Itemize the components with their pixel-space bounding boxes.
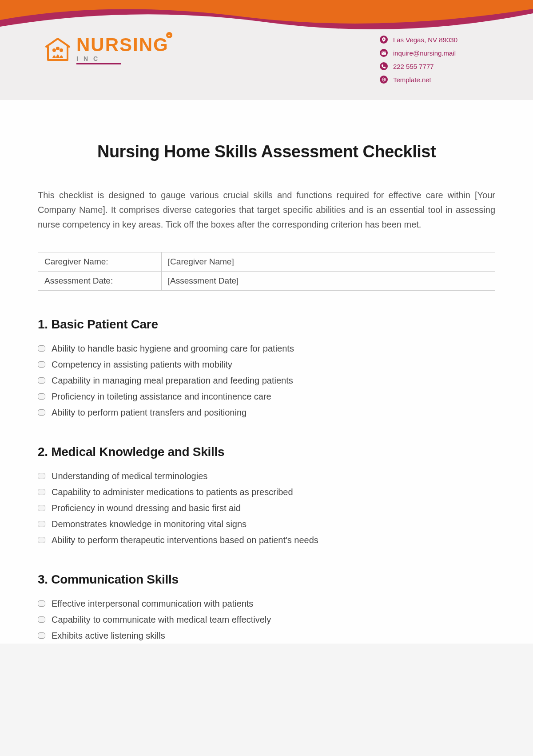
svg-point-0 — [52, 48, 56, 52]
section-heading: 3. Communication Skills — [38, 572, 495, 587]
document-content: Nursing Home Skills Assessment Checklist… — [0, 100, 533, 644]
checklist-item-text: Capability to administer medications to … — [52, 485, 293, 499]
checklist-item-text: Proficiency in wound dressing and basic … — [52, 501, 241, 515]
intro-paragraph: This checklist is designed to gauge vari… — [38, 188, 495, 232]
checklist-item-text: Competency in assisting patients with mo… — [52, 358, 232, 371]
checklist: Understanding of medical terminologiesCa… — [38, 468, 495, 548]
checklist-item: Capability in managing meal preparation … — [38, 372, 495, 388]
section-heading: 2. Medical Knowledge and Skills — [38, 445, 495, 459]
svg-point-2 — [60, 48, 63, 52]
contact-info: Las Vegas, NV 89030 inquire@nursing.mail… — [380, 36, 457, 84]
checklist-item-text: Effective interpersonal communication wi… — [52, 597, 253, 610]
contact-address-text: Las Vegas, NV 89030 — [393, 36, 457, 44]
checklist-item: Capability to administer medications to … — [38, 484, 495, 500]
header-banner: NURSING + INC Las Vegas, NV 89030 inquir… — [0, 0, 533, 100]
document-title: Nursing Home Skills Assessment Checklist — [38, 142, 495, 161]
checkbox[interactable] — [38, 632, 45, 639]
checklist-item: Ability to perform therapeutic intervent… — [38, 532, 495, 548]
checkbox[interactable] — [38, 361, 45, 368]
contact-web-text: Template.net — [393, 76, 431, 84]
checkbox[interactable] — [38, 377, 45, 384]
checklist: Ability to handle basic hygiene and groo… — [38, 340, 495, 420]
checkbox[interactable] — [38, 345, 45, 352]
sections-container: 1. Basic Patient CareAbility to handle b… — [38, 317, 495, 644]
svg-point-1 — [56, 47, 60, 50]
logo-main-text: NURSING — [76, 34, 169, 55]
checklist-item-text: Capability to communicate with medical t… — [52, 613, 271, 626]
location-icon — [380, 36, 388, 44]
contact-phone: 222 555 7777 — [380, 62, 457, 70]
svg-rect-3 — [382, 52, 386, 55]
web-icon — [380, 76, 388, 84]
plus-icon: + — [166, 32, 172, 38]
checklist-item: Capability to communicate with medical t… — [38, 612, 495, 628]
phone-icon — [380, 62, 388, 70]
checkbox[interactable] — [38, 409, 45, 416]
logo-sub-text: INC — [76, 55, 121, 64]
checkbox[interactable] — [38, 537, 45, 543]
contact-address: Las Vegas, NV 89030 — [380, 36, 457, 44]
contact-email-text: inquire@nursing.mail — [393, 49, 456, 57]
checklist-item-text: Understanding of medical terminologies — [52, 469, 207, 483]
caregiver-value[interactable]: [Caregiver Name] — [161, 252, 495, 272]
contact-phone-text: 222 555 7777 — [393, 63, 434, 70]
checklist-item: Ability to handle basic hygiene and groo… — [38, 340, 495, 356]
email-icon — [380, 49, 388, 57]
checklist-item: Exhibits active listening skills — [38, 628, 495, 644]
checklist-item-text: Demonstrates knowledge in monitoring vit… — [52, 517, 247, 531]
checkbox[interactable] — [38, 521, 45, 527]
contact-email: inquire@nursing.mail — [380, 49, 457, 57]
checklist: Effective interpersonal communication wi… — [38, 596, 495, 644]
contact-web: Template.net — [380, 76, 457, 84]
checklist-item: Understanding of medical terminologies — [38, 468, 495, 484]
checklist-item-text: Ability to perform patient transfers and… — [52, 406, 247, 419]
checklist-item: Demonstrates knowledge in monitoring vit… — [38, 516, 495, 532]
checklist-item-text: Capability in managing meal preparation … — [52, 374, 293, 387]
logo-text: NURSING + INC — [76, 36, 169, 64]
date-value[interactable]: [Assessment Date] — [161, 272, 495, 291]
checklist-item-text: Ability to perform therapeutic intervent… — [52, 533, 318, 547]
checkbox[interactable] — [38, 616, 45, 623]
checklist-item-text: Proficiency in toileting assistance and … — [52, 390, 271, 403]
checkbox[interactable] — [38, 505, 45, 511]
table-row: Caregiver Name: [Caregiver Name] — [38, 252, 495, 272]
checklist-item-text: Ability to handle basic hygiene and groo… — [52, 342, 294, 355]
checkbox[interactable] — [38, 473, 45, 479]
table-row: Assessment Date: [Assessment Date] — [38, 272, 495, 291]
checklist-item-text: Exhibits active listening skills — [52, 629, 165, 642]
checkbox[interactable] — [38, 393, 45, 400]
info-table: Caregiver Name: [Caregiver Name] Assessm… — [38, 252, 495, 291]
checklist-item: Effective interpersonal communication wi… — [38, 596, 495, 612]
checklist-item: Proficiency in wound dressing and basic … — [38, 500, 495, 516]
date-label: Assessment Date: — [38, 272, 162, 291]
checklist-item: Competency in assisting patients with mo… — [38, 356, 495, 372]
checklist-item: Proficiency in toileting assistance and … — [38, 388, 495, 404]
caregiver-label: Caregiver Name: — [38, 252, 162, 272]
checkbox[interactable] — [38, 600, 45, 607]
checklist-item: Ability to perform patient transfers and… — [38, 404, 495, 420]
section-heading: 1. Basic Patient Care — [38, 317, 495, 332]
checkbox[interactable] — [38, 489, 45, 495]
